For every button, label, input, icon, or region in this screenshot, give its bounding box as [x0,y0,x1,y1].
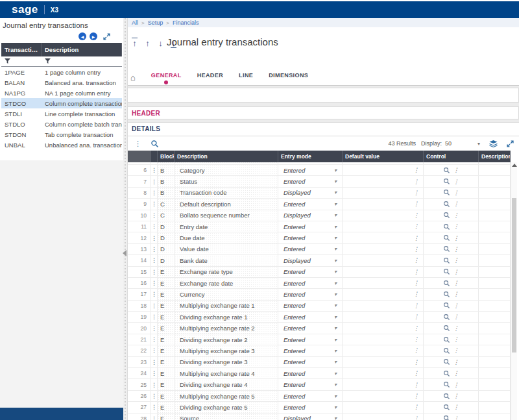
default-value-cell[interactable]: ⋮ [343,162,424,164]
entry-mode-select[interactable]: Entered▾ [278,379,343,389]
entry-mode-select[interactable]: Displayed▾ [278,255,343,266]
more-options-icon[interactable]: ⋮ [413,303,423,309]
chevron-down-icon[interactable]: ▾ [334,325,342,331]
chevron-down-icon[interactable]: ▾ [334,415,342,420]
entry-mode-select[interactable]: Entered▾ [278,368,343,378]
table-row[interactable]: 25 ⋮ E Dividing exchange rate 4 Entered▾… [128,379,511,390]
previous-record-icon[interactable]: ↑ [143,38,152,48]
description2-cell[interactable] [479,165,511,175]
description-cell[interactable]: Dividing exchange rate 3 [175,357,278,367]
entry-mode-select[interactable]: Entered▾ [278,199,343,209]
block-cell[interactable]: E [158,368,175,378]
default-value-cell[interactable]: ⋮ [343,345,424,356]
more-options-icon[interactable]: ⋮ [413,291,423,297]
default-value-cell[interactable]: ⋮ [343,267,424,277]
lookup-icon[interactable] [443,189,450,196]
more-options-icon[interactable]: ⋮ [453,325,459,332]
grid-menu-icon[interactable]: ⋮ [134,140,141,148]
more-options-icon[interactable]: ⋮ [453,201,459,207]
chevron-down-icon[interactable]: ▾ [334,393,342,399]
description-cell[interactable]: Dividing exchange rate 5 [175,402,278,412]
lookup-icon[interactable] [443,381,450,388]
control-cell[interactable]: ⋮ [424,368,479,378]
column-header-description2[interactable]: Description [479,151,511,162]
default-value-cell[interactable]: ⋮ [343,414,424,420]
description2-cell[interactable] [479,221,511,232]
lookup-icon[interactable] [443,370,450,377]
table-row[interactable]: 15 ⋮ E Exchange rate type Entered▾ ⋮ ⋮ [128,267,511,278]
lookup-icon[interactable] [443,212,450,219]
table-row[interactable]: 28 ⋮ F Source Displayed▾ ⋮ ⋮ [128,414,511,420]
default-value-cell[interactable]: ⋮ [343,188,424,198]
table-row[interactable]: 8 ⋮ B Transaction code Displayed▾ ⋮ ⋮ [128,188,511,199]
filter-icon[interactable] [5,58,10,64]
description2-cell[interactable] [479,199,511,209]
description-cell[interactable]: Transaction code [175,188,278,198]
chevron-down-icon[interactable]: ▾ [334,258,342,264]
default-value-cell[interactable]: ⋮ [343,232,424,243]
description-cell[interactable]: Bank date [175,255,278,266]
entry-mode-select[interactable]: Entered▾ [278,345,343,356]
more-options-icon[interactable]: ⋮ [413,280,423,286]
drag-handle-icon[interactable]: ⋮ [151,345,158,356]
control-cell[interactable]: ⋮ [424,414,479,420]
lookup-icon[interactable] [443,347,450,354]
more-options-icon[interactable]: ⋮ [453,404,459,410]
entry-mode-select[interactable]: Displayed▾ [278,188,343,198]
description-cell[interactable]: Currency [175,289,278,299]
entry-mode-select[interactable]: Entered▾ [278,312,343,322]
description2-cell[interactable] [479,289,511,299]
block-cell[interactable]: E [158,345,175,356]
table-row[interactable]: 14 ⋮ D Bank date Displayed▾ ⋮ ⋮ [128,255,511,266]
more-options-icon[interactable]: ⋮ [413,382,423,388]
more-options-icon[interactable]: ⋮ [453,370,459,377]
lookup-icon[interactable] [443,336,450,343]
description-cell[interactable]: Exchange rate type [175,267,278,277]
list-item[interactable]: STDLO Column complete batch trans. [1,119,122,129]
default-value-cell[interactable]: ⋮ [343,165,424,175]
chevron-down-icon[interactable]: ▾ [334,314,342,320]
block-cell[interactable]: E [158,334,175,345]
prev-record-button[interactable]: ◀ [78,32,86,40]
default-value-cell[interactable]: ⋮ [343,379,424,389]
lookup-icon[interactable] [443,404,450,411]
description2-cell[interactable] [479,232,511,243]
more-options-icon[interactable]: ⋮ [453,415,459,420]
more-options-icon[interactable]: ⋮ [453,303,459,309]
description-cell[interactable]: Dividing exchange rate 1 [175,312,278,322]
block-cell[interactable]: E [158,379,175,389]
lookup-icon[interactable] [443,257,450,264]
control-cell[interactable]: ⋮ [424,165,479,175]
more-options-icon[interactable]: ⋮ [413,190,423,196]
column-header-description[interactable]: Description [42,43,122,56]
breadcrumb-financials[interactable]: Financials [173,19,199,26]
lookup-icon[interactable] [443,415,450,420]
entry-mode-select[interactable]: Entered▾ [278,278,343,288]
control-cell[interactable]: ⋮ [424,188,479,198]
chevron-down-icon[interactable]: ▾ [334,235,342,241]
chevron-down-icon[interactable]: ▾ [334,269,342,275]
column-header-block[interactable]: Block [158,151,175,162]
control-cell[interactable]: ⋮ [424,255,479,266]
chevron-down-icon[interactable]: ▾ [334,382,342,388]
collapse-panel-icon[interactable] [123,250,127,256]
tab-line[interactable]: LINE [239,72,253,82]
block-cell[interactable]: E [158,267,175,277]
more-options-icon[interactable]: ⋮ [453,235,459,241]
block-cell[interactable]: E [158,357,175,367]
description-cell[interactable]: Journal [175,162,278,164]
default-value-cell[interactable]: ⋮ [343,334,424,345]
more-options-icon[interactable]: ⋮ [413,370,423,377]
next-record-icon[interactable]: ↓ [156,38,165,48]
drag-handle-icon[interactable]: ⋮ [151,301,158,311]
entry-mode-select[interactable]: Entered▾ [278,221,343,232]
more-options-icon[interactable]: ⋮ [413,179,423,185]
table-row[interactable]: 12 ⋮ D Due date Entered▾ ⋮ ⋮ [128,232,511,243]
table-row[interactable]: 6 ⋮ B Category Entered▾ ⋮ ⋮ [128,165,511,176]
block-cell[interactable]: B [158,165,175,175]
table-row[interactable]: 19 ⋮ E Dividing exchange rate 1 Entered▾… [128,312,511,323]
list-item[interactable]: STDLI Line complete transaction [1,108,122,119]
table-row[interactable]: 9 ⋮ C Default description Entered▾ ⋮ ⋮ [128,199,511,210]
lookup-icon[interactable] [443,167,450,174]
description-cell[interactable]: Multiplying exchange rate 2 [175,323,278,333]
